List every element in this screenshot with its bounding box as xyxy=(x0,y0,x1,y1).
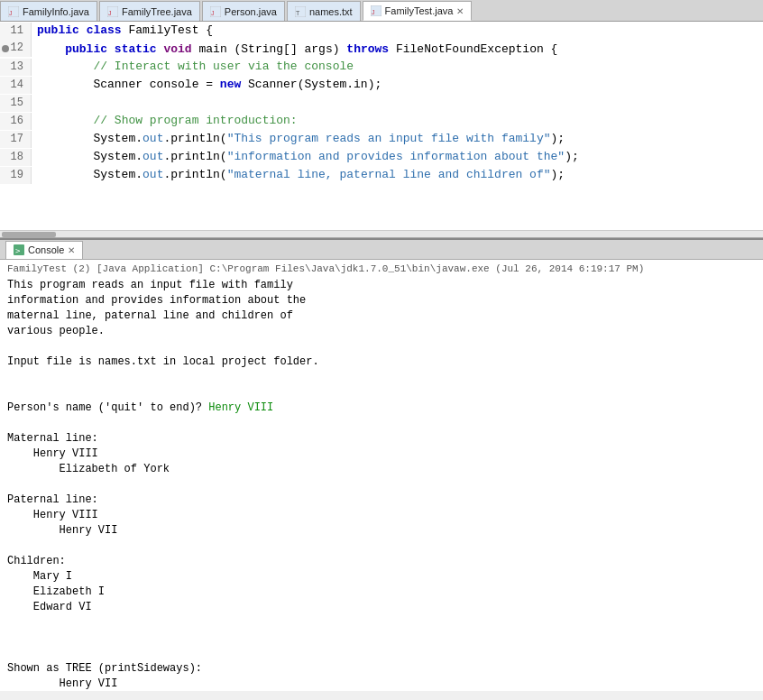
console-icon: > xyxy=(14,244,24,255)
line-number-13: 13 xyxy=(0,59,32,76)
code-line-15: 15 xyxy=(0,94,763,112)
code-line-18: 18 System.out.println("information and p… xyxy=(0,148,763,166)
svg-text:T: T xyxy=(296,10,300,16)
code-line-13: 13 // Interact with user via the console xyxy=(0,58,763,76)
txt-file-icon: T xyxy=(295,6,306,17)
line-code-14: Scanner console = new Scanner(System.in)… xyxy=(32,76,382,93)
tab-names-label: names.txt xyxy=(309,6,353,17)
line-number-11: 11 xyxy=(0,23,32,40)
tab-familytree-label: FamilyTree.java xyxy=(122,6,192,17)
tab-person[interactable]: J Person.java xyxy=(202,1,285,21)
console-user-input: Henry VIII xyxy=(208,401,273,414)
line-number-12: 12 xyxy=(0,40,32,57)
svg-text:J: J xyxy=(372,9,375,15)
line-code-16: // Show program introduction: xyxy=(32,112,298,129)
code-lines: 11 public class FamilyTest { 12 public s… xyxy=(0,22,763,184)
java-file-icon: J xyxy=(8,6,19,17)
horizontal-scrollbar[interactable] xyxy=(0,230,763,237)
code-line-14: 14 Scanner console = new Scanner(System.… xyxy=(0,76,763,94)
java-file-icon2: J xyxy=(107,6,118,17)
tab-familyinfo-label: FamilyInfo.java xyxy=(23,6,89,17)
svg-text:>: > xyxy=(15,246,21,255)
tab-person-label: Person.java xyxy=(225,6,277,17)
line-code-18: System.out.println("information and prov… xyxy=(32,148,579,165)
code-line-12: 12 public static void main (String[] arg… xyxy=(0,40,763,58)
java-file-icon3: J xyxy=(210,6,221,17)
tab-familytest[interactable]: J FamilyTest.java ✕ xyxy=(363,1,473,21)
code-line-19: 19 System.out.println("maternal line, pa… xyxy=(0,166,763,184)
console-body: FamilyTest (2) [Java Application] C:\Pro… xyxy=(0,260,763,691)
line-number-15: 15 xyxy=(0,95,32,112)
line-code-12: public static void main (String[] args) … xyxy=(32,41,557,58)
code-line-11: 11 public class FamilyTest { xyxy=(0,22,763,40)
console-output: This program reads an input file with fa… xyxy=(7,278,756,691)
code-editor: 11 public class FamilyTest { 12 public s… xyxy=(0,22,763,238)
line-number-17: 17 xyxy=(0,131,32,148)
line-number-19: 19 xyxy=(0,167,32,184)
line-number-14: 14 xyxy=(0,77,32,94)
tab-bar: J FamilyInfo.java J FamilyTree.java J Pe… xyxy=(0,0,763,22)
tab-familytree[interactable]: J FamilyTree.java xyxy=(99,1,200,21)
line-code-17: System.out.println("This program reads a… xyxy=(32,130,565,147)
console-tab-label: Console xyxy=(28,244,64,255)
console-path: FamilyTest (2) [Java Application] C:\Pro… xyxy=(7,263,756,274)
tab-names[interactable]: T names.txt xyxy=(287,1,361,21)
java-file-icon4: J xyxy=(371,5,382,16)
svg-text:J: J xyxy=(9,10,13,16)
svg-text:J: J xyxy=(211,10,215,16)
console-header: > Console ✕ xyxy=(0,238,763,260)
line-number-18: 18 xyxy=(0,149,32,166)
code-line-17: 17 System.out.println("This program read… xyxy=(0,130,763,148)
tab-close-icon[interactable]: ✕ xyxy=(456,6,464,16)
scroll-thumb[interactable] xyxy=(2,232,56,237)
tab-familytest-label: FamilyTest.java xyxy=(385,5,454,16)
tab-familyinfo[interactable]: J FamilyInfo.java xyxy=(0,1,97,21)
line-code-13: // Interact with user via the console xyxy=(32,58,354,75)
line-number-16: 16 xyxy=(0,113,32,130)
svg-text:J: J xyxy=(108,10,112,16)
line-code-15 xyxy=(32,94,44,111)
console-tab-close[interactable]: ✕ xyxy=(68,245,75,255)
console-tab[interactable]: > Console ✕ xyxy=(5,241,83,259)
line-code-19: System.out.println("maternal line, pater… xyxy=(32,166,565,183)
line-code-11: public class FamilyTest { xyxy=(32,22,213,39)
code-line-16: 16 // Show program introduction: xyxy=(0,112,763,130)
